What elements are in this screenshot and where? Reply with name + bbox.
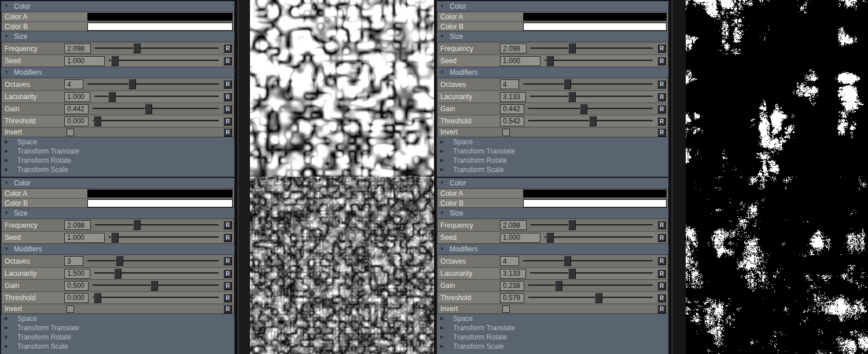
param-value-input[interactable]: 1.000 xyxy=(500,233,540,243)
reset-button[interactable]: R xyxy=(223,128,232,137)
section-header-color[interactable]: ▼Color xyxy=(1,1,234,12)
slider-thumb[interactable] xyxy=(564,256,571,266)
param-value-input[interactable]: 1.000 xyxy=(64,56,105,66)
reset-button[interactable]: R xyxy=(223,117,232,126)
param-slider[interactable] xyxy=(109,232,219,243)
param-value-input[interactable]: 2.098 xyxy=(500,220,527,230)
param-value-input[interactable]: 3 xyxy=(64,256,83,266)
color-swatch[interactable] xyxy=(87,189,233,198)
param-slider[interactable] xyxy=(531,219,653,231)
collapsed-section-space[interactable]: ▶Space xyxy=(1,314,234,323)
slider-thumb[interactable] xyxy=(568,220,576,230)
reset-button[interactable]: R xyxy=(223,105,232,114)
collapsed-section-space[interactable]: ▶Space xyxy=(437,314,668,323)
invert-checkbox[interactable] xyxy=(67,129,74,136)
collapsed-section-transform-rotate[interactable]: ▶Transform Rotate xyxy=(437,333,668,342)
param-slider[interactable] xyxy=(93,103,219,115)
param-slider[interactable] xyxy=(95,219,219,231)
param-slider[interactable] xyxy=(528,292,653,304)
reset-button[interactable]: R xyxy=(657,128,666,137)
slider-thumb[interactable] xyxy=(94,116,101,126)
param-value-input[interactable]: 0.000 xyxy=(64,293,89,303)
param-value-input[interactable]: 2.098 xyxy=(64,220,91,230)
param-value-input[interactable]: 1.000 xyxy=(64,92,90,102)
reset-button[interactable]: R xyxy=(223,80,232,89)
reset-button[interactable]: R xyxy=(657,44,666,53)
reset-button[interactable]: R xyxy=(223,233,232,242)
param-value-input[interactable]: 0.442 xyxy=(64,104,89,114)
reset-button[interactable]: R xyxy=(657,305,666,313)
collapsed-section-transform-rotate[interactable]: ▶Transform Rotate xyxy=(1,333,234,342)
slider-thumb[interactable] xyxy=(114,268,122,279)
reset-button[interactable]: R xyxy=(223,294,232,302)
slider-thumb[interactable] xyxy=(555,280,562,291)
section-header-size[interactable]: ▼Size xyxy=(437,208,668,218)
color-swatch[interactable] xyxy=(523,189,667,198)
slider-thumb[interactable] xyxy=(116,256,123,266)
section-header-modifiers[interactable]: ▼Modifiers xyxy=(1,67,234,78)
slider-thumb[interactable] xyxy=(568,92,576,102)
param-value-input[interactable]: 0.579 xyxy=(500,293,524,303)
reset-button[interactable]: R xyxy=(223,269,232,278)
reset-button[interactable]: R xyxy=(657,282,666,290)
param-slider[interactable] xyxy=(94,91,219,103)
color-swatch[interactable] xyxy=(523,199,667,207)
slider-thumb[interactable] xyxy=(150,280,158,291)
param-slider[interactable] xyxy=(545,55,653,67)
reset-button[interactable]: R xyxy=(657,117,666,126)
collapsed-section-transform-scale[interactable]: ▶Transform Scale xyxy=(1,342,234,351)
slider-thumb[interactable] xyxy=(564,79,571,89)
reset-button[interactable]: R xyxy=(223,57,232,65)
reset-button[interactable]: R xyxy=(657,93,666,101)
reset-button[interactable]: R xyxy=(657,105,666,114)
reset-button[interactable]: R xyxy=(223,305,232,313)
param-slider[interactable] xyxy=(528,280,653,291)
slider-thumb[interactable] xyxy=(589,116,597,126)
slider-thumb[interactable] xyxy=(145,104,152,114)
color-swatch[interactable] xyxy=(523,13,667,21)
reset-button[interactable]: R xyxy=(223,221,232,229)
param-slider[interactable] xyxy=(93,292,219,304)
reset-button[interactable]: R xyxy=(657,269,666,278)
param-value-input[interactable]: 4 xyxy=(500,256,519,266)
param-value-input[interactable]: 1.000 xyxy=(500,56,540,66)
param-slider[interactable] xyxy=(523,78,653,90)
param-slider[interactable] xyxy=(87,78,219,90)
color-swatch[interactable] xyxy=(87,199,233,207)
param-slider[interactable] xyxy=(523,255,653,267)
invert-checkbox[interactable] xyxy=(502,129,510,136)
slider-thumb[interactable] xyxy=(133,220,141,230)
param-slider[interactable] xyxy=(95,42,219,54)
param-slider[interactable] xyxy=(93,115,219,127)
reset-button[interactable]: R xyxy=(657,221,666,229)
reset-button[interactable]: R xyxy=(223,257,232,265)
slider-thumb[interactable] xyxy=(595,293,602,303)
slider-thumb[interactable] xyxy=(111,56,119,66)
section-header-modifiers[interactable]: ▼Modifiers xyxy=(437,244,668,254)
column-splitter[interactable] xyxy=(670,0,686,354)
column-splitter[interactable] xyxy=(236,0,250,354)
reset-button[interactable]: R xyxy=(657,233,666,242)
param-slider[interactable] xyxy=(530,268,653,279)
reset-button[interactable]: R xyxy=(657,57,666,65)
section-header-modifiers[interactable]: ▼Modifiers xyxy=(1,244,234,254)
section-header-modifiers[interactable]: ▼Modifiers xyxy=(437,67,668,78)
slider-thumb[interactable] xyxy=(133,43,141,53)
color-swatch[interactable] xyxy=(87,13,233,21)
param-value-input[interactable]: 3.133 xyxy=(500,269,526,279)
param-value-input[interactable]: 0.238 xyxy=(500,281,524,291)
reset-button[interactable]: R xyxy=(223,44,232,53)
param-value-input[interactable]: 2.098 xyxy=(500,43,527,53)
param-slider[interactable] xyxy=(94,268,219,279)
param-value-input[interactable]: 1.000 xyxy=(64,233,105,243)
slider-thumb[interactable] xyxy=(568,268,576,279)
param-slider[interactable] xyxy=(531,42,653,54)
collapsed-section-space[interactable]: ▶Space xyxy=(1,137,234,147)
reset-button[interactable]: R xyxy=(223,93,232,101)
color-swatch[interactable] xyxy=(87,23,233,31)
collapsed-section-transform-translate[interactable]: ▶Transform Translate xyxy=(437,147,668,156)
section-header-size[interactable]: ▼Size xyxy=(1,31,234,42)
slider-thumb[interactable] xyxy=(128,79,136,89)
color-swatch[interactable] xyxy=(523,23,667,31)
param-value-input[interactable]: 1.500 xyxy=(64,269,90,279)
